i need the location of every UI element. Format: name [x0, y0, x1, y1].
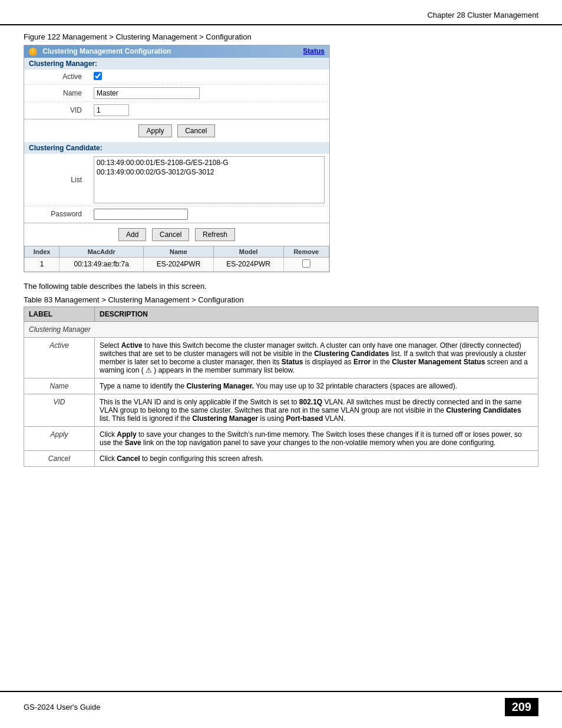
- active-checkbox[interactable]: [94, 72, 102, 80]
- col-macaddr: MacAddr: [59, 246, 144, 257]
- add-button[interactable]: Add: [118, 228, 146, 241]
- label-active: Active: [24, 337, 95, 378]
- desc-row-active: Active Select Active to have this Switch…: [24, 337, 538, 378]
- data-table-header: Index MacAddr Name Model Remove: [25, 246, 329, 257]
- list-value: 00:13:49:00:00:01/ES-2108-G/ES-2108-G 00…: [89, 154, 329, 206]
- cancel-button[interactable]: Cancel: [177, 124, 214, 137]
- config-panel-header: Clustering Management Configuration Stat…: [24, 45, 329, 58]
- footer-guide-text: GS-2024 User's Guide: [24, 703, 100, 711]
- description-table: LABEL DESCRIPTION Clustering Manager Act…: [24, 307, 538, 467]
- col-model: Model: [213, 246, 283, 257]
- remove-checkbox[interactable]: [302, 259, 310, 268]
- page-footer: GS-2024 User's Guide 209: [0, 691, 562, 722]
- desc-row-apply: Apply Click Apply to save your changes t…: [24, 426, 538, 450]
- label-cancel: Cancel: [24, 450, 95, 466]
- vid-row: VID: [24, 101, 329, 118]
- following-text: The following table describes the labels…: [24, 282, 538, 291]
- name-row: Name: [24, 84, 329, 101]
- col-name: Name: [144, 246, 214, 257]
- vid-value: [89, 101, 329, 118]
- cell-remove: [283, 257, 329, 271]
- figure-label: Figure 122 Management > Clustering Manag…: [24, 32, 538, 41]
- col-label-header: LABEL: [24, 307, 95, 321]
- list-label: List: [24, 154, 89, 206]
- cell-model: ES-2024PWR: [213, 257, 283, 271]
- desc-cancel: Click Cancel to begin configuring this s…: [95, 450, 538, 466]
- desc-row-vid: VID This is the VLAN ID and is only appl…: [24, 394, 538, 426]
- cell-name: ES-2024PWR: [144, 257, 214, 271]
- status-link[interactable]: Status: [303, 47, 325, 55]
- table83-caption: Management > Clustering Management > Con…: [55, 295, 244, 304]
- add-cancel-refresh-row: Add Cancel Refresh: [24, 223, 329, 246]
- active-label: Active: [24, 70, 89, 85]
- list-row: List 00:13:49:00:00:01/ES-2108-G/ES-2108…: [24, 154, 329, 206]
- apply-cancel-row: Apply Cancel: [24, 119, 329, 142]
- refresh-button[interactable]: Refresh: [195, 228, 235, 241]
- password-input[interactable]: [94, 209, 188, 220]
- desc-active: Select Active to have this Switch become…: [95, 337, 538, 378]
- password-row: Password: [24, 206, 329, 222]
- panel-title: Clustering Management Configuration: [42, 47, 171, 55]
- orange-dot-icon: [29, 48, 37, 56]
- candidate-item-2[interactable]: 00:13:49:00:00:02/GS-3012/GS-3012: [95, 167, 323, 177]
- page-header: Chapter 28 Cluster Management: [0, 0, 562, 25]
- desc-row-name: Name Type a name to identify the Cluster…: [24, 378, 538, 394]
- clustering-manager-header: Clustering Manager:: [24, 58, 329, 70]
- footer-page-number: 209: [505, 698, 538, 716]
- apply-button[interactable]: Apply: [138, 124, 171, 137]
- figure-number: Figure 122: [24, 32, 60, 41]
- page-content: Figure 122 Management > Clustering Manag…: [0, 32, 562, 467]
- active-row: Active: [24, 70, 329, 85]
- desc-name: Type a name to identify the Clustering M…: [95, 378, 538, 394]
- chapter-title: Chapter 28 Cluster Management: [427, 11, 538, 19]
- candidate-list[interactable]: 00:13:49:00:00:01/ES-2108-G/ES-2108-G 00…: [94, 156, 325, 203]
- table-row: 1 00:13:49:ae:fb:7a ES-2024PWR ES-2024PW…: [25, 257, 329, 271]
- label-vid: VID: [24, 394, 95, 426]
- active-value: [89, 70, 329, 85]
- panel-title-area: Clustering Management Configuration: [29, 47, 171, 56]
- col-index: Index: [25, 246, 59, 257]
- table83-label: Table 83 Management > Clustering Managem…: [24, 295, 538, 304]
- name-value: [89, 84, 329, 101]
- password-label: Password: [24, 206, 89, 222]
- cluster-data-table: Index MacAddr Name Model Remove 1 00:13:…: [24, 246, 329, 272]
- cell-index: 1: [25, 257, 59, 271]
- desc-table-header: LABEL DESCRIPTION: [24, 307, 538, 321]
- figure-caption: Management > Clustering Management > Con…: [62, 32, 252, 41]
- vid-label: VID: [24, 101, 89, 118]
- section-clustering-manager: Clustering Manager: [24, 321, 538, 337]
- password-value: [89, 206, 329, 222]
- candidate-form-table: List 00:13:49:00:00:01/ES-2108-G/ES-2108…: [24, 154, 329, 223]
- cancel2-button[interactable]: Cancel: [152, 228, 189, 241]
- label-name: Name: [24, 378, 95, 394]
- clustering-candidate-header: Clustering Candidate:: [24, 142, 329, 154]
- manager-form-table: Active Name VID: [24, 70, 329, 119]
- vid-input[interactable]: [94, 104, 129, 116]
- desc-row-cancel: Cancel Click Cancel to begin configuring…: [24, 450, 538, 466]
- config-panel: Clustering Management Configuration Stat…: [24, 45, 330, 272]
- col-remove: Remove: [283, 246, 329, 257]
- desc-apply: Click Apply to save your changes to the …: [95, 426, 538, 450]
- name-input[interactable]: [94, 87, 200, 99]
- label-apply: Apply: [24, 426, 95, 450]
- col-desc-header: DESCRIPTION: [95, 307, 538, 321]
- table83-number: Table 83: [24, 295, 52, 304]
- section-label: Clustering Manager: [24, 321, 538, 337]
- candidate-item-1[interactable]: 00:13:49:00:00:01/ES-2108-G/ES-2108-G: [95, 158, 323, 167]
- name-label: Name: [24, 84, 89, 101]
- desc-vid: This is the VLAN ID and is only applicab…: [95, 394, 538, 426]
- cell-macaddr: 00:13:49:ae:fb:7a: [59, 257, 144, 271]
